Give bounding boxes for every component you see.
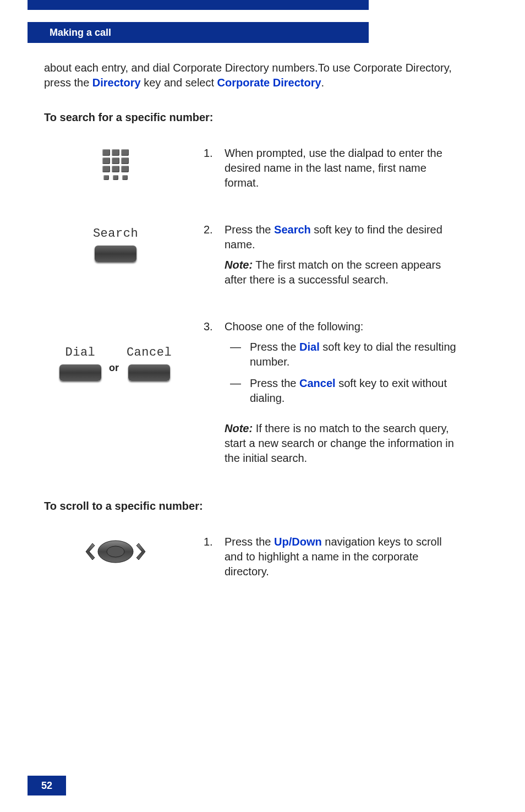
step3-note: Note: If there is no match to the search…	[225, 421, 462, 466]
intro-corporate-directory: Corporate Directory	[217, 77, 321, 89]
top-accent-bar	[28, 0, 369, 10]
step3-sub1-text: Press the Dial soft key to dial the resu…	[250, 340, 462, 369]
step4-number: 1.	[204, 535, 215, 585]
step1-body: When prompted, use the dialpad to enter …	[225, 146, 462, 196]
step1-text: 1. When prompted, use the dialpad to ent…	[204, 146, 462, 196]
cancel-softkey-group: Cancel	[127, 345, 172, 381]
search-softkey-group: Search	[93, 226, 138, 262]
step4-pre: Press the	[225, 536, 274, 548]
step3-body: Choose one of the following: — Press the…	[225, 319, 462, 471]
step3-sub2-pre: Press the	[250, 377, 299, 389]
search-softkey-label: Search	[93, 226, 138, 242]
step3-sub2-text: Press the Cancel soft key to exit withou…	[250, 376, 462, 406]
dialpad-icon	[102, 149, 129, 181]
step4-text: 1. Press the Up/Down navigation keys to …	[204, 535, 462, 585]
step1-text-content: When prompted, use the dialpad to enter …	[225, 146, 462, 190]
dial-softkey-label: Dial	[65, 345, 95, 361]
step-row-2: Search 2. Press the Search soft key to f…	[44, 222, 462, 293]
search-softkey-button	[95, 246, 136, 262]
step4-line: Press the Up/Down navigation keys to scr…	[225, 535, 462, 579]
step3-note-label: Note:	[225, 422, 253, 434]
step3-text: 3. Choose one of the following: — Press …	[204, 319, 462, 471]
step3-dial-hl: Dial	[299, 341, 320, 353]
step3-note-text: If there is no match to the search query…	[225, 422, 454, 464]
step2-text: 2. Press the Search soft key to find the…	[204, 222, 462, 293]
step-row-4: 1. Press the Up/Down navigation keys to …	[44, 535, 462, 585]
svg-point-1	[107, 546, 124, 557]
header-title: Making a call	[50, 27, 111, 39]
step3-intro: Choose one of the following:	[225, 319, 462, 334]
intro-text-mid: key and select	[141, 77, 217, 89]
page-content: about each entry, and dial Corporate Dir…	[44, 61, 462, 585]
or-text: or	[109, 351, 119, 374]
cancel-softkey-button	[128, 364, 170, 381]
step2-icon-col: Search	[44, 222, 187, 262]
section-2: To scroll to a specific number:	[44, 499, 462, 585]
step2-pre: Press the	[225, 224, 274, 236]
intro-directory-key: Directory	[92, 77, 141, 89]
step1-icon-col	[44, 146, 187, 181]
cancel-softkey-label: Cancel	[127, 345, 172, 361]
step-row-3: Dial or Cancel 3. Choose one of the foll…	[44, 319, 462, 471]
page-number: 52	[28, 776, 66, 795]
step3-sub1: — Press the Dial soft key to dial the re…	[225, 340, 462, 369]
step2-note: Note: The first match on the screen appe…	[225, 258, 462, 287]
dial-cancel-group: Dial or Cancel	[59, 345, 172, 381]
step2-note-text: The first match on the screen appears af…	[225, 259, 441, 286]
section1-heading: To search for a specific number:	[44, 110, 462, 125]
step3-number: 3.	[204, 319, 215, 471]
step3-icon-col: Dial or Cancel	[44, 319, 187, 381]
step1-number: 1.	[204, 146, 215, 196]
step4-body: Press the Up/Down navigation keys to scr…	[225, 535, 462, 585]
intro-text-post: .	[321, 77, 325, 89]
step4-icon-col	[44, 535, 187, 565]
dash-2: —	[230, 376, 240, 406]
steps-list-1: 1. When prompted, use the dialpad to ent…	[44, 146, 462, 471]
intro-paragraph: about each entry, and dial Corporate Dir…	[44, 61, 462, 90]
dash-1: —	[230, 340, 240, 369]
dial-softkey-group: Dial	[59, 345, 101, 381]
dial-softkey-button	[59, 364, 101, 381]
nav-rocker-icon	[83, 538, 149, 565]
step3-sublist: — Press the Dial soft key to dial the re…	[225, 340, 462, 406]
section2-heading: To scroll to a specific number:	[44, 499, 462, 514]
step2-body: Press the Search soft key to find the de…	[225, 222, 462, 293]
step3-cancel-hl: Cancel	[299, 377, 336, 389]
step2-search-hl: Search	[274, 224, 311, 236]
step2-line1: Press the Search soft key to find the de…	[225, 222, 462, 252]
header-band: Making a call	[28, 22, 369, 43]
step-row-1: 1. When prompted, use the dialpad to ent…	[44, 146, 462, 196]
step2-number: 2.	[204, 222, 215, 293]
step3-sub1-pre: Press the	[250, 341, 299, 353]
step2-note-label: Note:	[225, 259, 253, 271]
step4-updown-hl: Up/Down	[274, 536, 322, 548]
step3-sub2: — Press the Cancel soft key to exit with…	[225, 376, 462, 406]
